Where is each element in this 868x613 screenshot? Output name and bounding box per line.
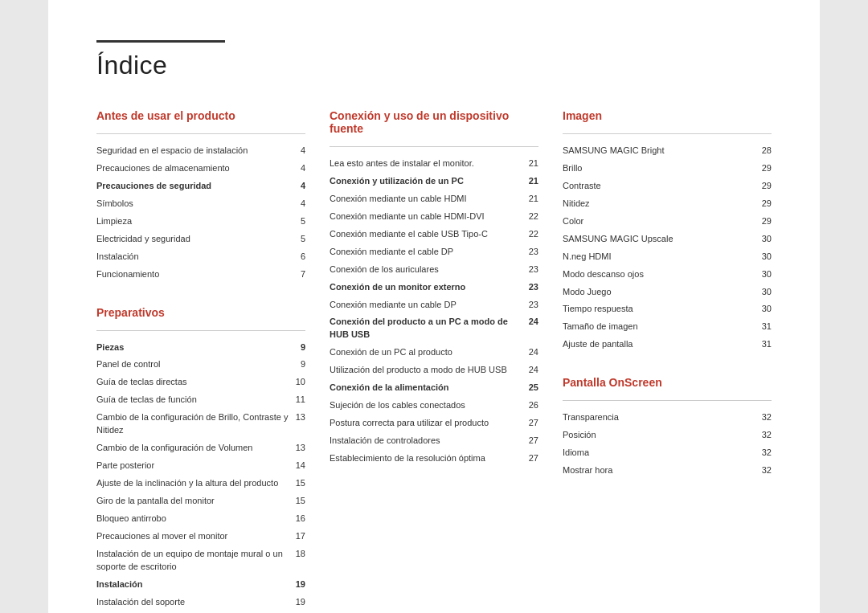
table-row: Color29 [563,213,772,231]
toc-label: Conexión del producto a un PC a modo de … [330,313,522,344]
table-row: Guía de teclas directas10 [96,374,305,391]
toc-page: 19 [289,576,305,594]
toc-page: 31 [745,318,772,336]
toc-label: Postura correcta para utilizar el produc… [330,415,522,432]
table-row: Conexión mediante el cable DP23 [330,243,538,261]
toc-page: 23 [522,243,538,261]
section-title-2-0: Imagen [563,109,772,122]
toc-page: 4 [285,195,305,213]
toc-page: 9 [289,339,305,357]
toc-page: 30 [745,284,772,301]
toc-label: Idioma [563,444,725,462]
toc-page: 13 [289,409,305,439]
section-title-2-1: Pantalla OnScreen [563,376,772,389]
toc-page: 22 [522,208,538,226]
table-row: Panel de control9 [96,356,305,374]
toc-page: 30 [745,300,772,318]
toc-page: 27 [522,415,538,432]
toc-label: SAMSUNG MAGIC Upscale [563,231,745,248]
table-row: Postura correcta para utilizar el produc… [330,415,538,432]
toc-page: 13 [289,439,305,457]
toc-page: 30 [745,266,772,284]
toc-page: 10 [289,374,305,391]
toc-label: Parte posterior [96,457,289,475]
toc-page: 21 [522,155,538,173]
toc-page: 24 [522,313,538,344]
toc-label: Instalación del soporte [96,594,289,611]
toc-page: 29 [745,195,772,213]
table-row: Seguridad en el espacio de instalación4 [96,142,305,160]
toc-label: Conexión de un PC al producto [330,344,522,362]
toc-label: Giro de la pantalla del monitor [96,492,289,510]
toc-label: Conexión y utilización de un PC [330,173,522,190]
table-row: N.neg HDMI30 [563,248,772,266]
table-row: Piezas9 [96,339,305,357]
toc-label: Precauciones de seguridad [96,178,285,195]
table-row: Conexión mediante un cable DP23 [330,296,538,314]
toc-page: 24 [522,362,538,379]
table-row: SAMSUNG MAGIC Bright28 [563,142,772,160]
toc-label: Modo Juego [563,284,745,301]
toc-label: Guía de teclas directas [96,374,289,391]
toc-label: Posición [563,427,725,444]
toc-page: 4 [285,142,305,160]
toc-page: 25 [522,379,538,397]
table-row: Conexión de los auriculares23 [330,261,538,279]
table-row: Conexión de un PC al producto24 [330,344,538,362]
table-row: Giro de la pantalla del monitor15 [96,492,305,510]
toc-label: Contraste [563,178,745,195]
table-row: Conexión mediante un cable HDMI21 [330,190,538,208]
table-row: Mostrar hora32 [563,462,772,480]
toc-page: 5 [285,231,305,248]
table-row: Instalación6 [96,248,305,266]
table-row: Conexión de un monitor externo23 [330,279,538,296]
toc-label: Precauciones al mover el monitor [96,528,289,546]
toc-page: 16 [289,510,305,528]
table-row: Electricidad y seguridad5 [96,231,305,248]
table-row: Utilización del producto a modo de HUB U… [330,362,538,379]
toc-label: Utilización del producto a modo de HUB U… [330,362,522,379]
table-row: Símbolos4 [96,195,305,213]
toc-table-2-1: Transparencia32Posición32Idioma32Mostrar… [563,409,772,480]
toc-label: Conexión de los auriculares [330,261,522,279]
toc-table-2-0: SAMSUNG MAGIC Bright28Brillo29Contraste2… [563,142,772,353]
toc-label: Mostrar hora [563,462,725,480]
toc-label: Seguridad en el espacio de instalación [96,142,285,160]
title-block: Índice [96,40,772,80]
toc-label: Establecimiento de la resolución óptima [330,450,522,468]
table-row: Conexión mediante un cable HDMI-DVI22 [330,208,538,226]
table-row: Nitidez29 [563,195,772,213]
toc-page: 30 [745,231,772,248]
toc-label: Modo descanso ojos [563,266,745,284]
toc-label: Conexión mediante un cable DP [330,296,522,314]
toc-page: 22 [522,226,538,243]
table-row: SAMSUNG MAGIC Upscale30 [563,231,772,248]
toc-page: 19 [289,594,305,611]
table-row: Funcionamiento7 [96,266,305,284]
table-row: Modo Juego30 [563,284,772,301]
toc-label: SAMSUNG MAGIC Bright [563,142,745,160]
toc-page: 5 [285,213,305,231]
content-columns: Antes de usar el productoSeguridad en el… [96,109,772,613]
section-divider-2-0 [563,133,772,134]
toc-label: Instalación de un equipo de montaje mura… [96,546,289,576]
toc-page: 15 [289,475,305,492]
table-row: Conexión de la alimentación25 [330,379,538,397]
section-title-0-0: Antes de usar el producto [96,109,305,122]
toc-page: 23 [522,296,538,314]
table-row: Precauciones de almacenamiento4 [96,160,305,178]
toc-page: 15 [289,492,305,510]
table-row: Conexión mediante el cable USB Tipo-C22 [330,226,538,243]
table-row: Sujeción de los cables conectados26 [330,397,538,415]
table-row: Ajuste de pantalla31 [563,336,772,353]
column-1: Conexión y uso de un dispositivo fuenteL… [330,109,563,613]
toc-label: Instalación [96,576,289,594]
toc-label: Conexión de la alimentación [330,379,522,397]
toc-label: Limpieza [96,213,285,231]
toc-label: N.neg HDMI [563,248,745,266]
toc-page: 29 [745,160,772,178]
page: Índice Antes de usar el productoSegurida… [48,0,820,613]
toc-page: 4 [285,160,305,178]
toc-label: Nitidez [563,195,745,213]
toc-label: Tiempo respuesta [563,300,745,318]
